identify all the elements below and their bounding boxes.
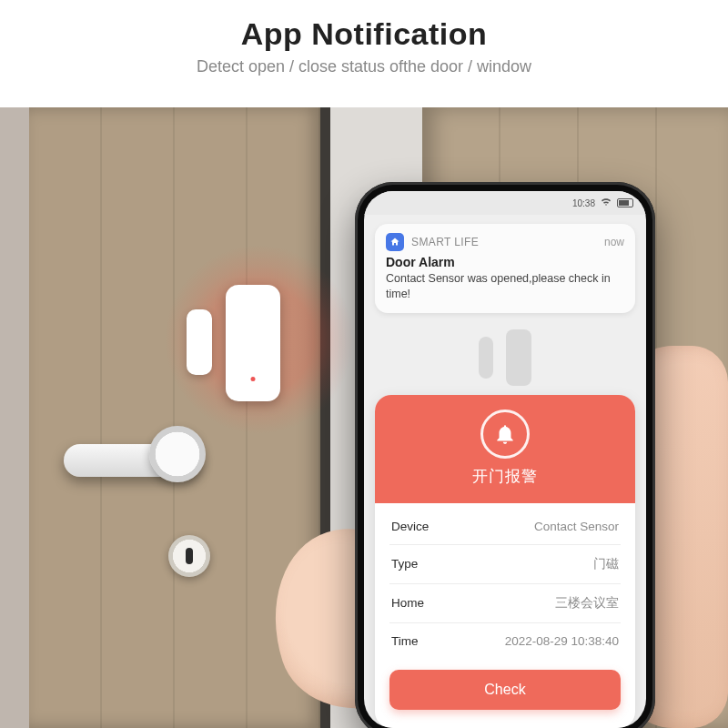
row-value: 门磁: [593, 556, 619, 572]
home-icon: [386, 233, 404, 251]
phone-screen: 10:38 SMART LIFE now Door Alarm Contact …: [364, 191, 646, 728]
alarm-header: 开门报警: [375, 395, 635, 503]
alarm-title: 开门报警: [375, 466, 635, 487]
door-handle: [64, 444, 200, 477]
alarm-card: 开门报警 Device Contact Sensor Type 门磁 Home …: [375, 395, 635, 728]
notification-body: Contact Sensor was opened,please check i…: [386, 271, 624, 302]
bell-icon: [480, 410, 530, 459]
row-label: Time: [391, 634, 419, 648]
alarm-row-device: Device Contact Sensor: [389, 509, 621, 545]
battery-icon: [617, 198, 633, 207]
row-value: 2022-08-29 10:38:40: [505, 634, 619, 648]
row-label: Type: [391, 557, 418, 571]
alarm-row-type: Type 门磁: [389, 545, 621, 584]
status-bar: 10:38: [364, 191, 646, 215]
page-subtitle: Detect open / close status ofthe door / …: [0, 57, 728, 76]
push-notification[interactable]: SMART LIFE now Door Alarm Contact Sensor…: [375, 224, 635, 313]
phone-frame: 10:38 SMART LIFE now Door Alarm Contact …: [355, 182, 655, 728]
wifi-icon: [601, 197, 612, 208]
door-lock: [168, 535, 210, 577]
alarm-rows: Device Contact Sensor Type 门磁 Home 三楼会议室…: [375, 503, 635, 661]
row-value: 三楼会议室: [555, 595, 619, 612]
sensor-magnet: [187, 309, 212, 375]
notification-app-name: SMART LIFE: [411, 236, 479, 248]
statusbar-time: 10:38: [572, 198, 595, 208]
page-title: App Notification: [0, 16, 728, 52]
check-button[interactable]: Check: [389, 670, 621, 710]
alarm-row-home: Home 三楼会议室: [389, 584, 621, 623]
sensor-silhouette: [364, 326, 646, 389]
sensor-body: [226, 285, 280, 401]
row-label: Device: [391, 520, 429, 533]
row-label: Home: [391, 596, 424, 610]
product-scene: 10:38 SMART LIFE now Door Alarm Contact …: [0, 107, 728, 728]
alarm-row-time: Time 2022-08-29 10:38:40: [389, 623, 621, 659]
row-value: Contact Sensor: [534, 520, 619, 533]
notification-time: now: [604, 236, 624, 248]
notification-title: Door Alarm: [386, 255, 624, 269]
